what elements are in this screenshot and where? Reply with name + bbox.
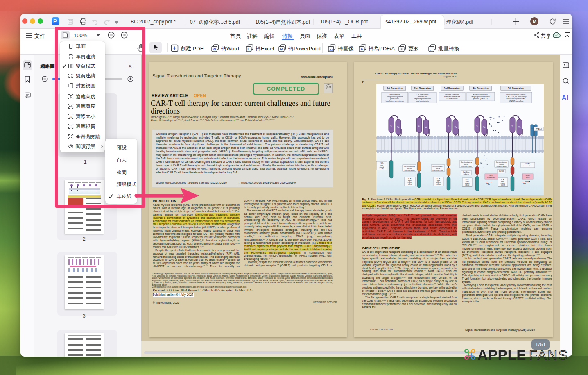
svg-text:Three synergistic signals:: Three synergistic signals: [506,93,526,95]
svg-text:Co-stimulatory: Co-stimulatory [417,93,429,95]
svg-text:2nd Generation: 2nd Generation [414,87,431,89]
svg-text:IL2Rβ: IL2Rβ [499,170,504,172]
svg-text:W: W [213,47,216,51]
svg-text:CD3ζ: CD3ζ [408,183,412,185]
svg-text:VH: VH [455,126,457,129]
svg-text:(CD28/4-1BB): (CD28/4-1BB) [496,165,507,167]
svg-text:gene: gene [526,176,530,178]
svg-text:proteins that: proteins that [418,95,428,98]
svg-text:Multiple signaling: Multiple signaling [445,93,459,95]
svg-text:1st Generation: 1st Generation [387,87,403,89]
svg-text:4th Generation: 4th Generation [473,87,489,89]
svg-text:(CD28/4-1BB): (CD28/4-1BB) [461,165,472,167]
svg-text:CD3ζ: CD3ζ [501,184,505,186]
svg-text:may express additional: may express additional [472,95,490,98]
svg-text:VH: VH [425,126,427,129]
svg-text:VL: VL [511,125,513,127]
svg-text:and cytotoxicity: and cytotoxicity [416,100,429,102]
svg-text:VH: VH [397,126,399,129]
svg-text:domains: enhanced: domains: enhanced [444,95,460,98]
svg-text:E: E [247,47,250,51]
svg-text:Dependent on: Dependent on [389,93,400,95]
svg-text:TCR CD3ζ, co-stimulatory: TCR CD3ζ, co-stimulatory [506,95,527,98]
svg-text:CD3ζ: CD3ζ [465,184,469,186]
svg-text:Insufficient persistence: Insufficient persistence [386,100,404,102]
svg-text:proteins (TRUCKs): proteins (TRUCKs) [473,98,488,100]
svg-text:3rd Generation: 3rd Generation [444,87,460,89]
svg-text:CD3ζ: CD3ζ [380,168,384,170]
svg-text:exogenous cytokine: exogenous cytokine [387,95,403,98]
svg-text:STAT3/5 signalling: STAT3/5 signalling [509,100,524,102]
svg-text:co-stimulation: co-stimulation [446,98,458,100]
svg-text:A: A [360,47,363,51]
svg-text:TCRαβ: TCRαβ [536,128,542,130]
svg-text:production.: production. [390,98,399,100]
svg-text:(CD28/4-1BB): (CD28/4-1BB) [432,169,443,171]
svg-text:VL: VL [476,125,478,127]
svg-text:Release cytokines,: Release cytokines, [473,93,488,95]
svg-text:VL: VL [390,125,392,127]
svg-text:VH: VH [518,126,520,129]
svg-text:inducer: inducer [464,173,469,175]
svg-text:improve proliferation: improve proliferation [414,98,431,100]
svg-text:5th Generation: 5th Generation [508,87,524,89]
svg-text:(CD28/4-1BB): (CD28/4-1BB) [404,169,415,171]
svg-text:inactivation: inactivation [524,165,533,167]
svg-text:CD28, and cytokine JAK-: CD28, and cytokine JAK- [506,98,526,100]
svg-text:VH: VH [483,126,485,129]
svg-text:VL: VL [448,125,450,127]
svg-text:VL: VL [418,125,420,127]
svg-text:CD3ζ: CD3ζ [436,183,441,185]
svg-text:production: production [487,176,495,178]
svg-text:P: P [280,47,283,51]
